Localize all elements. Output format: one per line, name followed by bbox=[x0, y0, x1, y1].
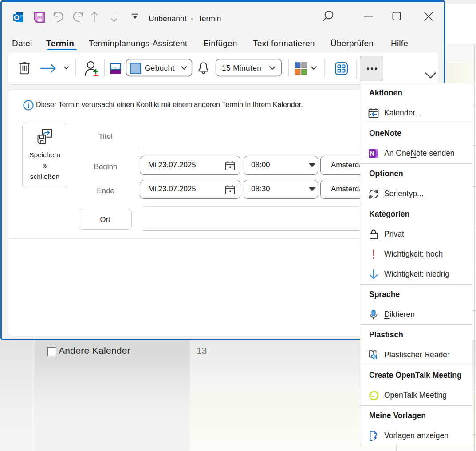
svg-text:Gebucht: Gebucht bbox=[145, 64, 175, 72]
svg-text:15 Minuten: 15 Minuten bbox=[222, 64, 261, 72]
